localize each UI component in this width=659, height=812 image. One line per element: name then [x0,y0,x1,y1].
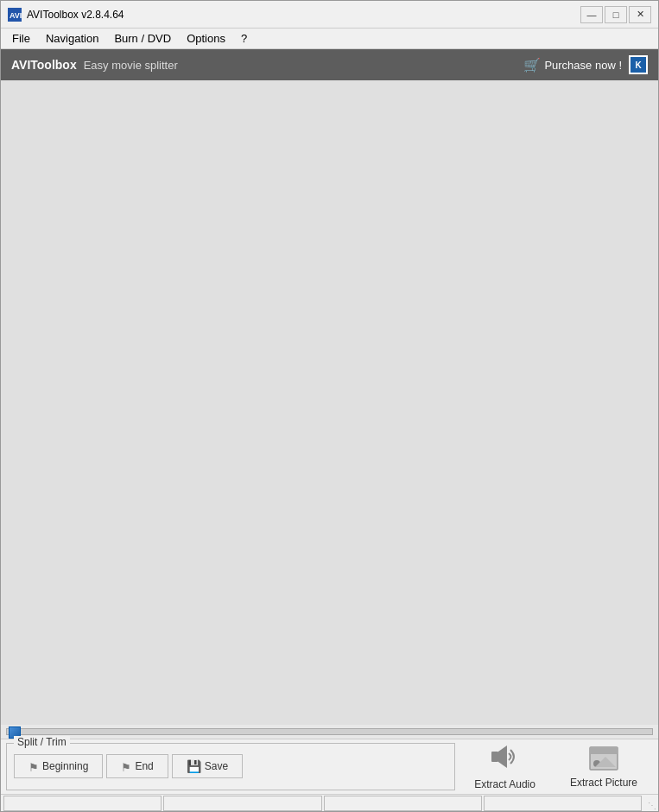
menu-bar: File Navigation Burn / DVD Options ? [1,29,658,49]
header-app-name: AVIToolbox [11,58,77,72]
app-icon: AVI [8,8,22,22]
controls-row: Beginning End 💾 Save [14,754,447,778]
menu-options[interactable]: Options [179,29,233,48]
extract-picture-label: Extract Picture [570,777,637,789]
split-trim-group: Split / Trim Beginning End 💾 Save [6,743,455,790]
extract-audio-button[interactable]: Extract Audio [460,739,549,794]
status-panel-4 [484,796,642,811]
status-panel-3 [324,796,482,811]
main-content [1,80,658,725]
resize-grip: ⋱ [643,796,656,810]
status-panel-2 [163,796,321,811]
speaker-icon [490,743,521,777]
save-button[interactable]: 💾 Save [172,754,243,778]
split-trim-label: Split / Trim [14,736,70,748]
header-logo[interactable]: K [629,55,648,74]
save-floppy-icon: 💾 [187,759,201,773]
maximize-button[interactable]: □ [605,6,627,23]
right-buttons: Extract Audio Extract Picture [460,739,658,794]
menu-help[interactable]: ? [233,29,255,48]
purchase-label: Purchase now ! [544,59,622,72]
purchase-link[interactable]: 🛒 Purchase now ! [523,57,622,73]
end-flag-icon [121,761,131,771]
video-area [1,80,658,725]
slider-container [1,725,658,739]
menu-navigation[interactable]: Navigation [38,29,106,48]
extract-picture-button[interactable]: Extract Picture [556,741,651,792]
beginning-button[interactable]: Beginning [14,754,103,778]
svg-rect-5 [590,747,618,754]
menu-burn-dvd[interactable]: Burn / DVD [106,29,179,48]
svg-text:AVI: AVI [10,11,22,20]
title-bar: AVI AVIToolbox v2.8.4.64 — □ ✕ [1,1,658,29]
status-panel-1 [3,796,162,811]
cart-icon: 🛒 [523,57,541,73]
end-button[interactable]: End [106,754,168,778]
window-title: AVIToolbox v2.8.4.64 [27,9,580,21]
beginning-flag-icon [29,761,39,771]
extract-audio-label: Extract Audio [474,778,535,790]
svg-marker-3 [498,745,507,768]
svg-rect-2 [491,752,498,762]
window-controls: — □ ✕ [580,6,651,23]
status-bar: ⋱ [1,794,658,811]
extract-picture-icon [588,745,619,775]
menu-file[interactable]: File [4,29,38,48]
close-button[interactable]: ✕ [629,6,651,23]
timeline-slider[interactable] [6,728,653,735]
main-window: AVI AVIToolbox v2.8.4.64 — □ ✕ File Navi… [0,0,659,812]
header-subtitle: Easy movie splitter [84,59,524,72]
minimize-button[interactable]: — [580,6,603,23]
header-bar: AVIToolbox Easy movie splitter 🛒 Purchas… [1,49,658,80]
bottom-controls: Split / Trim Beginning End 💾 Save [1,739,658,794]
